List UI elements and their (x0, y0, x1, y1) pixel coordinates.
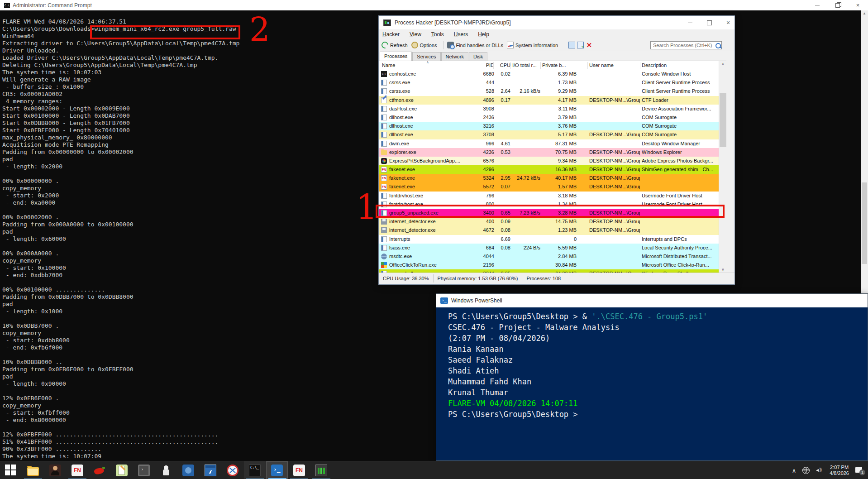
fakenet-icon[interactable]: FN (67, 461, 88, 479)
column-io-total[interactable]: I/O total r... (512, 61, 540, 70)
cell-name: group5_unpacked.exe (389, 209, 480, 217)
console-process-icon: C:\ (381, 71, 387, 77)
menu-tools[interactable]: Tools (431, 31, 444, 38)
notepadpp-icon[interactable] (111, 461, 133, 479)
scroll-down-arrow[interactable]: ∨ (719, 268, 727, 272)
terminate-x-icon[interactable]: ✕ (586, 42, 592, 48)
cell-io (511, 226, 540, 235)
blue-app-icon[interactable] (177, 461, 199, 479)
cell-user (589, 261, 640, 269)
process-row-fontdrvhost-exe[interactable]: fontdrvhost.exe8001.34 MBUsermode Font D… (379, 200, 719, 209)
column-description[interactable]: Description (642, 61, 718, 70)
process-row-powershell-exe[interactable]: powershell.exe33440.0564.33 MBDESKTOP-NM… (379, 269, 719, 273)
window-pane-icon[interactable] (568, 42, 575, 48)
process-row-internet-detector-exe[interactable]: internet_detector.exe46720.081.23 MBDESK… (379, 226, 719, 235)
menu-help[interactable]: Help (478, 31, 489, 38)
powershell-app-icon: ›_ (440, 297, 448, 304)
pen-process-icon (381, 97, 387, 103)
process-row-msdtc-exe[interactable]: msdtc.exe40442.84 MBMicrosoft Distribute… (379, 252, 719, 261)
process-row-fontdrvhost-exe[interactable]: fontdrvhost.exe7963.18 MBUsermode Font D… (379, 192, 719, 200)
scroll-up-arrow[interactable]: ∧ (719, 62, 727, 66)
taskbar-clock[interactable]: 2:07 PM 4/8/2026 (830, 465, 849, 476)
find-handles-button[interactable]: Find handles or DLLs (447, 42, 503, 48)
tab-disk[interactable]: Disk (469, 52, 487, 61)
photo-portrait-icon[interactable] (44, 461, 66, 479)
cell-user (589, 139, 640, 148)
performance-graph-app-icon[interactable] (200, 461, 221, 479)
ph-maximize-button[interactable] (706, 19, 713, 26)
column-pid[interactable]: PID (481, 61, 494, 70)
terminal-app-icon[interactable] (133, 461, 155, 479)
system-tray: ∧ 2:07 PM 4/8/2026 1 (792, 461, 868, 479)
process-row-ctfmon-exe[interactable]: ctfmon.exe48960.174.17 MBDESKTOP-NM...\G… (379, 96, 719, 105)
network-globe-icon[interactable] (802, 467, 810, 474)
ph-scrollbar[interactable]: ∧ ∨ (719, 61, 727, 273)
tab-services[interactable]: Services (412, 52, 440, 61)
cmd-scroll-thumb[interactable] (862, 182, 867, 264)
options-button[interactable]: Options (411, 42, 437, 48)
column-name[interactable]: Name (382, 61, 477, 70)
column-private-bytes[interactable]: Private b... (542, 61, 577, 70)
ph-close-button[interactable]: × (725, 19, 732, 26)
refresh-button[interactable]: Refresh (382, 42, 408, 48)
cmd-close-button[interactable]: × (848, 0, 868, 10)
start-button[interactable] (0, 461, 22, 479)
process-row-fakenet-exe[interactable]: FNfakenet.exe55720.071.57 MBDESKTOP-NM..… (379, 182, 719, 191)
generic-process-icon (381, 106, 387, 112)
process-row-dllhost-exe[interactable]: dllhost.exe37085.17 MBDESKTOP-NM...\Grou… (379, 130, 719, 139)
process-row-internet-detector-exe[interactable]: internet_detector.exe4000.0914.75 MBDESK… (379, 217, 719, 226)
process-row-dllhost-exe[interactable]: dllhost.exe24363.79 MBCOM Surrogate (379, 113, 719, 122)
ph-scroll-thumb[interactable] (720, 93, 726, 147)
cell-name: dllhost.exe (389, 113, 480, 122)
process-row-csrss-exe[interactable]: csrss.exe5282.642.16 kB/s9.29 MBClient S… (379, 87, 719, 96)
process-row-csrss-exe[interactable]: csrss.exe4441.73 MBClient Server Runtime… (379, 78, 719, 87)
chili-app-icon[interactable] (89, 461, 110, 479)
search-processes-input[interactable] (650, 41, 722, 49)
start-button (5, 464, 17, 477)
process-row-expressprtscbackgroundapp-[interactable]: ExpressPrtScBackgroundApp....65769.34 MB… (379, 157, 719, 165)
cell-user (589, 244, 640, 252)
cell-name: lsass.exe (389, 244, 480, 252)
process-row-fakenet-exe[interactable]: FNfakenet.exe53242.9524.72 kB/s40.17 MBD… (379, 174, 719, 182)
file-explorer-icon[interactable] (22, 461, 44, 479)
window-arrow-icon[interactable] (577, 42, 584, 48)
system-information-button[interactable]: System information (507, 42, 558, 48)
menu-users[interactable]: Users (454, 31, 468, 38)
process-row-conhost-exe[interactable]: C:\conhost.exe66800.026.39 MBConsole Win… (379, 70, 719, 78)
process-row-interrupts[interactable]: Interrupts6.690Interrupts and DPCs (379, 235, 719, 244)
process-row-dashost-exe[interactable]: dasHost.exe39083.11 MBDevice Association… (379, 105, 719, 113)
process-hacker-icon[interactable] (310, 461, 332, 479)
process-row-group5-unpacked-exe[interactable]: group5_unpacked.exe34000.657.23 kB/s3.28… (379, 209, 719, 217)
cmd-minimize-button[interactable] (807, 0, 827, 10)
process-row-dllhost-exe[interactable]: dllhost.exe32163.76 MBCOM Surrogate (379, 122, 719, 130)
speaker-icon[interactable] (816, 467, 823, 474)
cell-name: ExpressPrtScBackgroundApp.... (389, 157, 480, 165)
menu-hacker[interactable]: Hacker (382, 31, 400, 38)
command-prompt-icon[interactable]: C:\_ (244, 461, 266, 479)
cell-user: DESKTOP-NM...\Group5 (589, 165, 640, 174)
process-row-lsass-exe[interactable]: lsass.exe6840.08224 B/s5.59 MBLocal Secu… (379, 244, 719, 252)
process-row-fakenet-exe[interactable]: FNfakenet.exe429616.36 MBDESKTOP-NM...\G… (379, 165, 719, 174)
column-user-name[interactable]: User name (589, 61, 640, 70)
ph-minimize-button[interactable] (687, 19, 694, 26)
column-cpu[interactable]: CPU (495, 61, 510, 70)
cell-user: DESKTOP-NM...\Group5 (589, 226, 640, 235)
process-row-officeclicktorun-exe[interactable]: OfficeClickToRun.exe219630.84 MBMicrosof… (379, 261, 719, 269)
cell-priv: 1.57 MB (541, 182, 577, 191)
process-table: ∧ Name PID CPU I/O total r... Private b.… (379, 61, 726, 273)
cmd-scroll-up-arrow[interactable]: ▲ (861, 11, 868, 15)
tray-chevron-up-icon[interactable]: ∧ (792, 467, 796, 474)
scissors-app-icon[interactable] (222, 461, 243, 479)
cmd-restore-button[interactable] (827, 0, 848, 10)
process-row-explorer-exe[interactable]: explorer.exe42360.5370.75 MBDESKTOP-NM..… (379, 148, 719, 157)
fakenet-2-icon[interactable]: FN (288, 461, 310, 479)
notification-center-icon[interactable]: 1 (855, 467, 863, 474)
cell-user (589, 252, 640, 261)
powershell-icon[interactable] (266, 461, 288, 479)
tab-network[interactable]: Network (441, 52, 468, 61)
tab-processes[interactable]: Processes (380, 52, 412, 61)
white-figure-app-icon[interactable] (155, 461, 177, 479)
cell-io (511, 217, 540, 226)
process-row-dwm-exe[interactable]: dwm.exe9964.6187.31 MBDesktop Window Man… (379, 139, 719, 148)
menu-view[interactable]: View (410, 31, 421, 38)
